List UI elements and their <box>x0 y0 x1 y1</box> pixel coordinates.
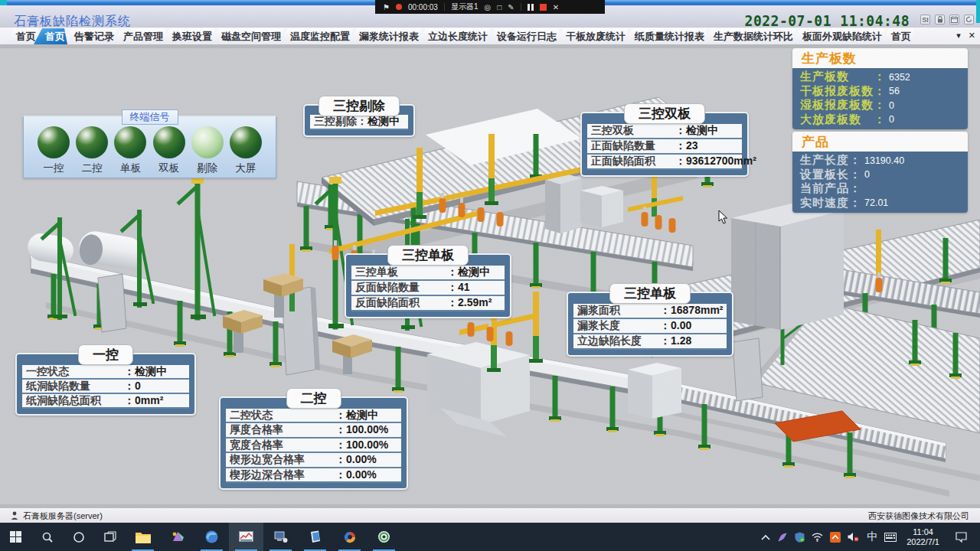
signal-lamp-icon <box>153 126 185 158</box>
devices-icon <box>274 531 288 543</box>
tray-touch-keyboard-icon[interactable] <box>884 533 897 542</box>
row-label: 干板报废板数： <box>800 84 886 99</box>
panel-yikong: 一控 一控状态 ：检测中 纸洞缺陷数量 ：0 纸洞缺陷总面积 ：0mm² <box>15 353 196 416</box>
panel-title: 二控 <box>286 388 341 409</box>
taskbar-app-camera[interactable] <box>367 523 401 551</box>
tab[interactable]: 磁盘空间管理 <box>210 28 283 44</box>
panel-row: 反面缺陷数量 ：41 <box>351 281 505 296</box>
tray-volume-muted-icon[interactable] <box>848 532 860 542</box>
row-label: 湿板报废板数： <box>800 98 886 112</box>
task-view-button[interactable] <box>94 523 126 551</box>
panel-rows: 三控单板 ：检测中 反面缺陷数量 ：41 反面缺陷面积 ：2.59m² <box>351 266 505 311</box>
recorder-close-icon[interactable]: ✕ <box>553 3 559 11</box>
taskbar-search-button[interactable] <box>31 523 63 551</box>
row-label: 大放废板数 ： <box>800 112 886 127</box>
tab[interactable]: 产品管理 <box>112 28 165 44</box>
row-label: 生产长度： <box>800 153 861 168</box>
signal-label: 双板 <box>158 161 179 175</box>
datetime-display: 2022-07-01 11:04:48 <box>745 11 910 29</box>
tab[interactable]: 板面外观缺陷统计 <box>791 28 884 44</box>
sidebar-panel-title: 生产板数 <box>792 48 968 68</box>
recorder-pin-icon[interactable]: ⚑ <box>383 3 390 11</box>
tab[interactable]: 立边长度统计 <box>416 28 490 44</box>
tab[interactable]: 漏浆统计报表 <box>348 28 421 44</box>
row-value: ：检测中 <box>447 266 501 279</box>
panel-row: 漏浆面积 ：16878mm² <box>573 304 727 319</box>
signal-indicator: 单板 <box>113 126 148 175</box>
edge-icon <box>205 530 218 543</box>
taskbar-edge[interactable] <box>194 523 229 551</box>
tool-refresh-icon[interactable] <box>964 15 974 24</box>
tab-close-icon[interactable]: ✕ <box>969 31 975 41</box>
taskbar-detection-app[interactable] <box>229 523 263 551</box>
paint-app-icon <box>171 530 185 543</box>
tab-controls: ▾ ✕ <box>956 31 975 41</box>
navicat-icon <box>343 530 357 544</box>
panel-row: 三控单板 ：检测中 <box>351 266 505 281</box>
sidebar-row: 大放废板数 ： 0 <box>800 112 968 127</box>
tab-scroll-icon[interactable]: ▾ <box>956 31 961 41</box>
tray-orange-app-icon[interactable] <box>830 532 841 543</box>
recorder-stop-button[interactable] <box>540 4 547 11</box>
signal-indicator: 二控 <box>74 126 109 175</box>
tab[interactable]: 首页 <box>34 28 67 44</box>
panel-title: 三控单板 <box>387 245 469 266</box>
tray-color-app-icon[interactable] <box>777 532 788 543</box>
tool-lock-icon[interactable] <box>935 15 945 24</box>
start-button[interactable] <box>0 523 31 551</box>
row-value: ：检测中 <box>124 365 185 379</box>
panel-row: 宽度合格率 ：100.00% <box>226 439 401 453</box>
row-label: 三控双板 <box>591 124 675 138</box>
row-label: 楔形边宽合格率 <box>230 453 335 467</box>
action-center-button[interactable] <box>949 523 972 551</box>
recorder-draw-icon[interactable]: ✎ <box>508 3 514 11</box>
tray-security-shield-icon[interactable] <box>795 532 805 543</box>
row-label: 三控单板 <box>355 266 447 279</box>
taskbar-app-paint[interactable] <box>160 523 194 551</box>
taskbar-clock[interactable]: 11:04 2022/7/1 <box>903 527 942 547</box>
mouse-cursor <box>718 210 729 225</box>
system-tray: 中 11:04 2022/7/1 <box>761 523 980 551</box>
tool-si-icon[interactable]: SI <box>920 15 930 24</box>
row-label: 漏浆长度 <box>577 319 660 333</box>
signal-lamp-icon <box>191 126 224 158</box>
tray-ime-language-indicator[interactable]: 中 <box>867 530 877 544</box>
tool-calendar-icon[interactable] <box>949 15 959 24</box>
row-value: 0 <box>886 114 968 125</box>
sidebar-row: 干板报废板数： 56 <box>800 84 968 99</box>
lock-glyph <box>937 16 943 23</box>
cortana-button[interactable] <box>63 523 94 551</box>
taskbar-app-navicat[interactable] <box>332 523 367 551</box>
recorder-pause-button[interactable] <box>528 4 534 11</box>
tray-network-icon[interactable] <box>812 532 823 542</box>
chevron-up-glyph <box>761 534 770 540</box>
panel-row: 纸洞缺陷数量 ：0 <box>22 380 189 394</box>
row-value: ：41 <box>447 281 501 295</box>
tab[interactable]: 告警记录 <box>63 28 116 44</box>
panel-sankong-tichu: 三控剔除 三控剔除： 检测中 <box>303 104 415 137</box>
tab[interactable]: 干板放废统计 <box>554 28 628 44</box>
taskbar-app-devices[interactable] <box>263 523 298 551</box>
tab[interactable]: 换班设置 <box>161 28 214 44</box>
recorder-region-icon[interactable]: □ <box>497 3 501 11</box>
task-view-icon <box>104 531 116 543</box>
tray-chevron-up-icon[interactable] <box>761 534 770 540</box>
row-value: 0 <box>861 169 968 180</box>
taskbar-file-explorer[interactable] <box>126 523 160 551</box>
tab[interactable]: 首页 <box>880 28 913 44</box>
panel-rows: 漏浆面积 ：16878mm² 漏浆长度 ：0.00 立边缺陷长度 ：1.28 <box>573 304 727 350</box>
tab[interactable]: 纸质量统计报表 <box>623 28 707 44</box>
tab[interactable]: 首页 <box>5 28 38 44</box>
recorder-timer: 00:00:03 <box>408 3 438 11</box>
signal-indicator: 剔除 <box>190 126 225 175</box>
row-label: 一控状态 <box>26 365 124 379</box>
recorder-webcam-icon[interactable]: ◎ <box>484 3 491 11</box>
tab[interactable]: 设备运行日志 <box>485 28 559 44</box>
panel-row: 一控状态 ：检测中 <box>22 365 189 380</box>
sidebar-row: 湿板报废板数： 0 <box>800 98 968 112</box>
tab[interactable]: 温度监控配置 <box>279 28 352 44</box>
panel-rows: 一控状态 ：检测中 纸洞缺陷数量 ：0 纸洞缺陷总面积 ：0mm² <box>22 365 189 409</box>
taskbar-app-notebook[interactable] <box>298 523 332 551</box>
tab[interactable]: 生产数据统计环比 <box>702 28 795 44</box>
recorder-record-icon[interactable] <box>396 4 402 10</box>
